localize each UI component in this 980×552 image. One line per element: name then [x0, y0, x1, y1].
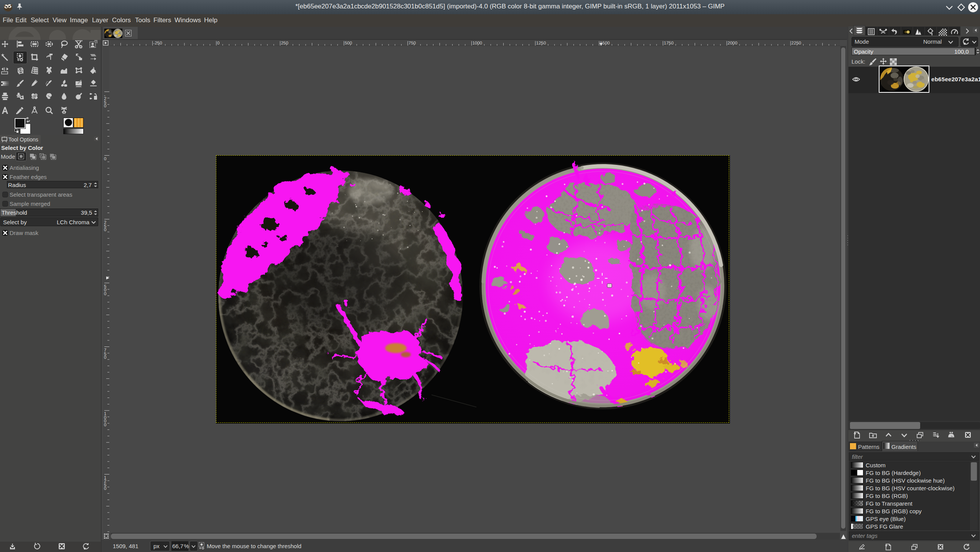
svg-text:0: 0	[104, 422, 106, 427]
svg-text:-250: -250	[153, 41, 162, 45]
svg-text:2000: 2000	[728, 41, 738, 45]
svg-text:2250: 2250	[791, 41, 801, 45]
svg-text:0: 0	[104, 291, 106, 296]
svg-text:0: 0	[104, 486, 106, 491]
svg-text:250: 250	[281, 41, 288, 45]
svg-text:750: 750	[408, 41, 416, 45]
svg-text:0: 0	[104, 227, 106, 232]
svg-text:1750: 1750	[664, 41, 674, 45]
svg-text:0: 0	[104, 104, 106, 108]
svg-text:1250: 1250	[536, 41, 546, 45]
svg-text:0: 0	[104, 156, 106, 161]
svg-text:0: 0	[104, 355, 106, 360]
svg-text:500: 500	[345, 41, 352, 45]
svg-text:0: 0	[217, 41, 219, 45]
svg-text:1000: 1000	[472, 41, 482, 45]
svg-text:1500: 1500	[600, 41, 610, 45]
